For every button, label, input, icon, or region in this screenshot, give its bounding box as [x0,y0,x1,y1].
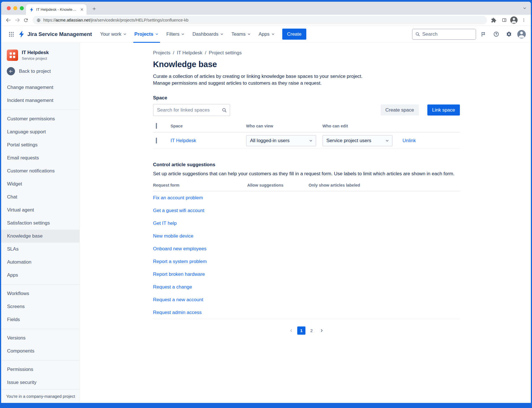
nav-item-label: Teams [231,31,245,37]
request-form-link[interactable]: Get IT help [153,221,247,226]
check-icon [251,222,255,225]
tab-list-chevron-icon[interactable] [522,6,527,10]
chevron-down-icon [181,32,185,36]
sidebar-item-incident-management[interactable]: Incident management [1,94,79,107]
pagination-prev-icon[interactable] [287,326,295,335]
help-icon[interactable] [491,29,501,40]
request-form-link[interactable]: Fix an account problem [153,195,247,201]
chevron-down-icon [220,32,224,36]
who-can-view-select[interactable]: All logged-in users [246,135,316,146]
sidebar-item-knowledge-base[interactable]: Knowledge base [1,230,79,243]
app-grid-icon[interactable] [6,29,16,39]
browser-profile-avatar[interactable] [510,16,518,24]
close-tab-icon[interactable] [80,8,84,11]
nav-teams[interactable]: Teams [228,26,255,43]
sidebar-divider [1,110,79,110]
check-icon [251,209,255,212]
who-can-edit-select[interactable]: Service project users [322,135,393,146]
sidebar-divider [1,360,79,360]
breadcrumb: Projects / IT Helpdesk / Project setting… [153,50,460,56]
sidebar-item-components[interactable]: Components [1,345,79,358]
request-form-link[interactable]: Get a guest wifi account [153,208,247,213]
unlink-button[interactable]: Unlink [402,138,460,144]
user-avatar[interactable] [517,30,526,39]
check-icon [251,298,255,302]
sidebar-item-workflows[interactable]: Workflows [1,287,79,300]
sidebar-item-widget[interactable]: Widget [1,178,79,191]
linked-spaces-search[interactable] [153,104,230,116]
select-all-checkbox[interactable] [156,123,157,129]
linked-spaces-search-input[interactable] [157,107,222,113]
new-tab-button[interactable] [90,5,98,13]
request-form-link[interactable]: Request a new account [153,297,247,303]
request-form-link[interactable]: New mobile device [153,233,247,239]
close-window-button[interactable] [7,6,11,10]
row-checkbox[interactable] [156,138,157,144]
column-header-space: Space [171,124,246,128]
sidebar-item-versions[interactable]: Versions [1,332,79,345]
sidebar-item-automation[interactable]: Automation [1,256,79,269]
primary-nav: Your work Projects Filters Dashboards Te… [96,26,279,43]
nav-dashboards[interactable]: Dashboards [189,26,228,43]
breadcrumb-it-helpdesk[interactable]: IT Helpdesk [177,50,202,56]
address-bar[interactable]: https://acme.atlassian.net/jira/serviced… [33,16,487,24]
linked-spaces-table: Space Who can view Who can edit IT Helpd… [153,123,460,149]
tab-title: IT Helpdesk - Knowledge base [36,7,78,12]
global-search[interactable] [412,29,476,40]
sidebar-item-satisfaction-settings[interactable]: Satisfaction settings [1,217,79,230]
gear-icon[interactable] [503,29,514,40]
sidebar-item-customer-permissions[interactable]: Customer permissions [1,112,79,125]
create-space-button[interactable]: Create space [381,104,419,116]
sidebar-item-apps[interactable]: Apps [1,269,79,282]
sidebar-item-fields[interactable]: Fields [1,313,79,326]
create-button[interactable]: Create [282,29,306,40]
sidebar-item-chat[interactable]: Chat [1,191,79,204]
sidebar-item-slas[interactable]: SLAs [1,243,79,256]
browser-window: IT Helpdesk - Knowledge base [1,2,531,403]
request-form-link[interactable]: Request admin access [153,310,247,315]
browser-menu-kebab-icon[interactable] [519,16,528,25]
side-panel-icon[interactable] [500,16,509,25]
sidebar-item-virtual-agent[interactable]: Virtual agent [1,204,79,217]
toolbar-right-icons [489,16,528,25]
extensions-icon[interactable] [489,16,498,25]
sidebar-item-portal-settings[interactable]: Portal settings [1,138,79,151]
browser-tab[interactable]: IT Helpdesk - Knowledge base [26,4,87,15]
jira-favicon-icon [29,7,34,12]
request-form-link[interactable]: Onboard new employees [153,246,247,252]
sidebar-item-change-management[interactable]: Change management [1,81,79,94]
sidebar-item-screens[interactable]: Screens [1,300,79,313]
sidebar-item-issue-security[interactable]: Issue security [1,376,79,389]
request-form-link[interactable]: Report a system problem [153,259,247,264]
global-search-input[interactable] [422,31,473,37]
maximize-window-button[interactable] [20,6,24,10]
nav-filters[interactable]: Filters [163,26,189,43]
sidebar-item-language-support[interactable]: Language support [1,125,79,138]
pagination-next-icon[interactable] [318,326,326,335]
nav-projects[interactable]: Projects [131,26,163,43]
browser-forward-button[interactable] [13,16,21,25]
bolt-icon [18,31,25,38]
nav-apps[interactable]: Apps [255,26,279,43]
pagination-page-2[interactable]: 2 [307,326,316,335]
sidebar-item-email-requests[interactable]: Email requests [1,151,79,165]
link-space-button[interactable]: Link space [427,104,460,116]
breadcrumb-project-settings[interactable]: Project settings [209,50,242,56]
sidebar-item-permissions[interactable]: Permissions [1,363,79,376]
jira-logo[interactable]: Jira Service Management [18,31,92,38]
pagination-page-1[interactable]: 1 [297,326,305,335]
suggestions-heading: Control article suggestions [153,162,460,168]
space-link[interactable]: IT Helpdesk [171,138,246,144]
page-title: Knowledge base [153,60,460,69]
request-form-link[interactable]: Report broken hardware [153,272,247,277]
notifications-icon[interactable] [478,29,489,40]
sidebar-item-customer-notifications[interactable]: Customer notifications [1,165,79,178]
browser-back-button[interactable] [4,16,13,25]
browser-reload-button[interactable] [21,16,30,25]
browser-tab-strip: IT Helpdesk - Knowledge base [1,2,531,15]
nav-your-work[interactable]: Your work [96,26,131,43]
breadcrumb-projects[interactable]: Projects [153,50,170,56]
back-to-project-button[interactable]: Back to project [1,64,79,79]
request-form-link[interactable]: Request a change [153,284,247,290]
minimize-window-button[interactable] [13,6,17,10]
